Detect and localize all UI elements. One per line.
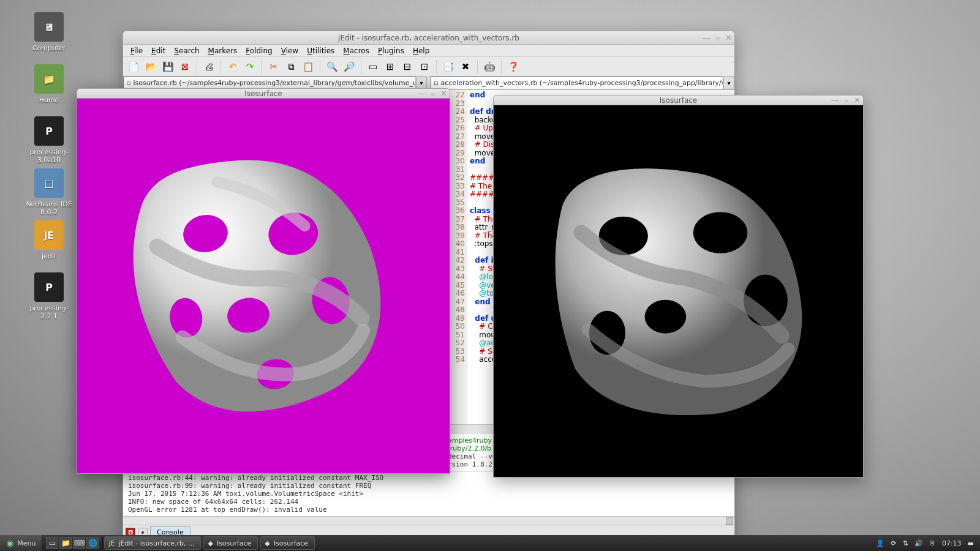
menu-edit[interactable]: Edit: [148, 45, 169, 56]
jedit-titlebar[interactable]: jEdit - isosurface.rb, acceleration_with…: [123, 31, 734, 45]
global-options-icon[interactable]: ✖: [459, 60, 472, 73]
iso-black-titlebar[interactable]: Isosurface — ⬦ ✕: [494, 96, 863, 105]
start-menu-button[interactable]: ◉ Menu: [0, 535, 42, 551]
close-icon[interactable]: ✕: [440, 89, 447, 98]
shield-icon[interactable]: ⛨: [929, 539, 936, 547]
minimize-icon[interactable]: —: [418, 89, 426, 98]
minimize-icon[interactable]: —: [831, 96, 839, 105]
taskbar: ◉ Menu ▭ 📁 ⌨ 🌐 jEjEdit - isosurface.rb, …: [0, 535, 980, 551]
gutter: 22 23 24 25 26 27 28 29 30 31 32 33 34 3…: [448, 90, 467, 424]
maximize-icon[interactable]: ⬦: [715, 33, 720, 42]
task-label: Isosurface: [217, 539, 251, 547]
iso-black-viewport[interactable]: [494, 105, 863, 477]
redo-icon[interactable]: ↷: [243, 60, 257, 73]
buffer-options-icon[interactable]: 📑: [442, 60, 455, 73]
icon-label: processing-3.0a10: [21, 148, 77, 164]
mint-logo-icon: ◉: [6, 538, 13, 548]
taskbar-clock[interactable]: 07:13: [942, 539, 962, 547]
new-file-icon[interactable]: 📄: [127, 60, 140, 73]
menu-utilities[interactable]: Utilities: [303, 45, 338, 56]
desktop-icon-home[interactable]: 📁Home: [21, 64, 77, 104]
isosurface-mesh: [494, 105, 863, 477]
task-label: Isosurface: [274, 539, 308, 547]
find-replace-icon[interactable]: 🔎: [342, 60, 356, 73]
save-icon[interactable]: 💾: [161, 60, 175, 73]
menu-macros[interactable]: Macros: [339, 45, 373, 56]
icon-label: processing-2.2.1: [21, 304, 77, 320]
updates-icon[interactable]: ⟳: [891, 539, 896, 547]
processing-icon: P: [34, 272, 64, 302]
menu-view[interactable]: View: [277, 45, 302, 56]
close-icon[interactable]: ✕: [854, 96, 861, 105]
split-v-icon[interactable]: ⊡: [418, 60, 431, 73]
open-file-icon[interactable]: 📂: [144, 60, 157, 73]
taskbar-task[interactable]: ◆Isosurface: [203, 536, 258, 550]
help-icon[interactable]: ❓: [507, 60, 520, 73]
svg-point-1: [693, 212, 748, 253]
netbeans-icon: □: [34, 168, 64, 198]
menu-search[interactable]: Search: [170, 45, 203, 56]
network-icon[interactable]: ⇅: [903, 539, 908, 547]
buffer-right-dropdown[interactable]: ▾: [723, 77, 734, 89]
paste-icon[interactable]: 📋: [301, 60, 315, 73]
terminal-icon[interactable]: ⌨: [73, 537, 85, 549]
isosurface-window-black: Isosurface — ⬦ ✕: [493, 95, 864, 478]
svg-point-3: [645, 300, 687, 334]
iso-magenta-viewport[interactable]: [77, 99, 450, 473]
icon-label: Computer: [21, 44, 77, 52]
new-view-icon[interactable]: ▭: [366, 60, 380, 73]
cut-icon[interactable]: ✂: [267, 60, 281, 73]
show-desktop-right-icon[interactable]: ▬: [968, 539, 974, 547]
jedit-menubar: FileEditSearchMarkersFoldingViewUtilitie…: [123, 45, 734, 57]
quick-launch: ▭ 📁 ⌨ 🌐: [42, 537, 103, 549]
undo-icon[interactable]: ↶: [226, 60, 239, 73]
maximize-icon[interactable]: ⬦: [844, 96, 849, 105]
find-icon[interactable]: 🔍: [325, 60, 339, 73]
jedit-toolbar: 📄 📂 💾 ⊠ 🖨 ↶ ↷ ✂ ⧉ 📋 🔍 🔎 ▭ ⊞ ⊟ ⊡ 📑 ✖ 🤖 ❓: [123, 57, 734, 77]
desktop-icon-processing-2-2-1[interactable]: Pprocessing-2.2.1: [21, 272, 77, 320]
file-manager-icon[interactable]: 📁: [59, 537, 72, 549]
buffer-left-dropdown[interactable]: ▾: [416, 77, 427, 89]
computer-icon: 🖥: [34, 12, 64, 42]
desktop-icon-computer[interactable]: 🖥Computer: [21, 12, 77, 52]
icon-label: jedit: [21, 252, 77, 260]
buffer-right[interactable]: ▫acceleration_with_vectors.rb (~/samples…: [431, 77, 723, 89]
taskbar-task[interactable]: ◆Isosurface: [260, 536, 315, 550]
taskbar-task[interactable]: jEjEdit - isosurface.rb, ...: [104, 536, 201, 550]
iso-black-title: Isosurface: [660, 96, 697, 105]
unsplit-icon[interactable]: ⊞: [383, 60, 397, 73]
menu-help[interactable]: Help: [409, 45, 433, 56]
print-icon[interactable]: 🖨: [202, 60, 216, 73]
plugin-manager-icon[interactable]: 🤖: [483, 60, 496, 73]
console-output-main[interactable]: isosurface.rb:44: warning: already initi…: [123, 471, 734, 516]
minimize-icon[interactable]: —: [703, 33, 710, 42]
maximize-icon[interactable]: ⬦: [431, 89, 435, 98]
iso-magenta-title: Isosurface: [244, 89, 282, 98]
menu-plugins[interactable]: Plugins: [374, 45, 408, 56]
menu-file[interactable]: File: [127, 45, 146, 56]
task-icon: jE: [108, 539, 115, 547]
menu-folding[interactable]: Folding: [242, 45, 276, 56]
browser-icon[interactable]: 🌐: [86, 537, 99, 549]
task-label: jEdit - isosurface.rb, ...: [118, 539, 194, 547]
copy-icon[interactable]: ⧉: [284, 60, 298, 73]
close-buffer-icon[interactable]: ⊠: [178, 60, 192, 73]
iso-magenta-titlebar[interactable]: Isosurface — ⬦ ✕: [77, 89, 450, 99]
console-scrollbar[interactable]: [123, 516, 734, 525]
split-h-icon[interactable]: ⊟: [401, 60, 414, 73]
user-icon[interactable]: 👤: [876, 539, 884, 547]
icon-label: Home: [21, 96, 77, 104]
menu-markers[interactable]: Markers: [205, 45, 241, 56]
icon-label: NetBeans IDE 8.0.2: [21, 200, 77, 216]
desktop-icon-processing-3-0a10[interactable]: Pprocessing-3.0a10: [21, 116, 77, 164]
home-icon: 📁: [34, 64, 64, 94]
buffer-left[interactable]: ▫isosurface.rb (~/samples4ruby-processin…: [123, 77, 416, 89]
desktop-icon-netbeans-ide-8-0-2[interactable]: □NetBeans IDE 8.0.2: [21, 168, 77, 216]
jedit-icon: jE: [34, 220, 64, 250]
volume-icon[interactable]: 🔊: [914, 539, 923, 547]
task-icon: ◆: [208, 539, 213, 547]
desktop-icon-jedit[interactable]: jEjedit: [21, 220, 77, 260]
close-icon[interactable]: ✕: [725, 33, 732, 42]
show-desktop-icon[interactable]: ▭: [46, 537, 58, 549]
isosurface-window-magenta: Isosurface — ⬦ ✕: [77, 88, 450, 474]
